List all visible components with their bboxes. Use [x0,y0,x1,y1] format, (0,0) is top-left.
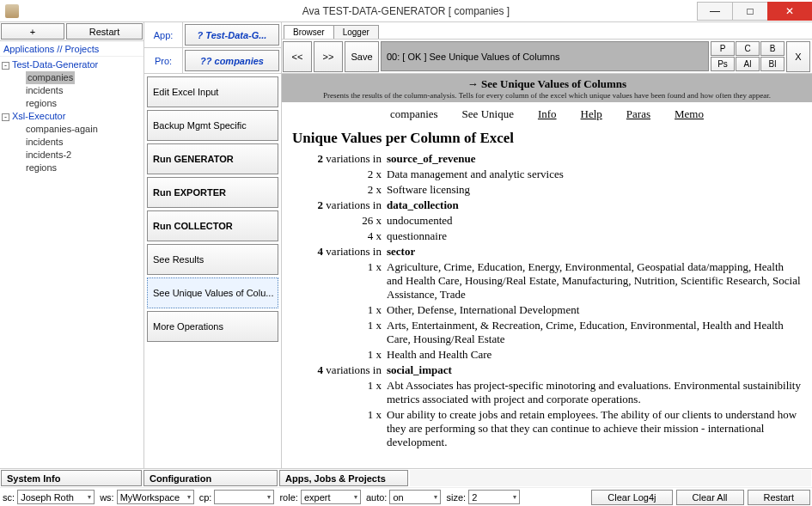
restart-button-footer[interactable]: Restart [748,490,810,505]
clear-all-button[interactable]: Clear All [676,490,744,505]
apps-jobs-panel[interactable]: Apps, Jobs & Projects [279,470,408,486]
value-count: 26 x [292,214,387,228]
project-label: Pro: [144,48,183,73]
tree-expander-icon[interactable]: - [2,62,9,70]
value-count: 1 x [292,348,387,362]
tab-browser[interactable]: Browser [284,25,334,39]
size-label: size: [446,492,466,503]
forward-button[interactable]: >> [314,41,343,72]
nav-links: companiesSee UniqueInfoHelpParasMemo [282,102,812,126]
grid-button-b[interactable]: B [760,41,785,56]
column-name: data_collection [387,198,459,212]
value-text: Health and Health Care [387,348,802,362]
project-value-button[interactable]: ?? companies [185,50,279,71]
nav-link-paras[interactable]: Paras [626,107,650,121]
size-select[interactable]: 2 [468,490,520,504]
action-button[interactable]: Run COLLECTOR [147,210,278,241]
back-button[interactable]: << [283,41,312,72]
export-button-grid: PCBPsAlBl [711,41,785,71]
nav-text: See Unique [462,107,514,120]
value-text: Agriculture, Crime, Education, Energy, E… [387,260,802,302]
status-spacer [410,470,811,486]
value-count: 2 x [292,183,387,197]
cp-label: cp: [199,492,212,503]
cp-select[interactable] [214,490,274,504]
nav-link-help[interactable]: Help [581,107,602,121]
variation-count: 4 variations in [292,245,387,259]
tab-logger[interactable]: Logger [333,25,379,39]
tab-bar: BrowserLogger [282,22,812,40]
restart-button-top[interactable]: Restart [66,23,143,40]
banner: → See Unique Values of Columns Presents … [282,74,812,102]
value-count: 1 x [292,260,387,302]
action-button[interactable]: See Unique Values of Colu... [147,277,278,308]
actions-panel: App: ? Test-Data-G... Pro: ?? companies … [144,22,282,468]
window-title: Ava TEST-DATA-GENERATOR [ companies ] [0,5,812,17]
value-text: Arts, Entertainment, & Recreation, Crime… [387,319,802,346]
column-name: social_impact [387,363,452,377]
tree-node[interactable]: Xsl-Executor [12,111,65,121]
action-button[interactable]: More Operations [147,311,278,342]
grid-button-p[interactable]: P [711,41,735,56]
sc-select[interactable]: Joseph Roth [17,490,95,504]
tree-child[interactable]: regions [2,162,142,174]
add-button[interactable]: + [1,23,64,40]
action-button[interactable]: See Results [147,244,278,275]
value-text: undocumented [387,214,802,228]
variation-count: 2 variations in [292,152,387,166]
action-button[interactable]: Backup Mgmt Specific [147,110,278,141]
action-button[interactable]: Edit Excel Input [147,76,278,107]
value-count: 1 x [292,408,387,449]
ws-select[interactable]: MyWorkspace [117,490,194,504]
value-count: 2 x [292,168,387,181]
action-button[interactable]: Run EXPORTER [147,177,278,208]
tree-expander-icon[interactable]: - [2,113,9,121]
banner-subtitle: Presents the results of the column-analy… [282,91,812,100]
variation-count: 2 variations in [292,198,387,212]
titlebar: Ava TEST-DATA-GENERATOR [ companies ] — … [0,0,812,22]
status-panels: System Info Configuration Apps, Jobs & P… [0,468,812,487]
action-button[interactable]: Run GENERATOR [147,143,278,174]
status-text: 00: [ OK ] See Unique Values of Columns [381,41,709,71]
tree-child[interactable]: incidents [2,136,142,149]
value-count: 1 x [292,319,387,346]
value-count: 1 x [292,379,387,406]
nav-link-memo[interactable]: Memo [675,107,704,121]
role-select[interactable]: expert [301,490,361,504]
tree-child[interactable]: incidents-2 [2,149,142,162]
tree-child[interactable]: incidents [2,84,142,97]
app-value-button[interactable]: ? Test-Data-G... [185,24,279,46]
auto-select[interactable]: on [389,490,441,504]
content-panel: BrowserLogger << >> Save 00: [ OK ] See … [282,22,812,468]
document-view[interactable]: → See Unique Values of Columns Presents … [282,74,812,468]
left-panel: + Restart Applications // Projects -Test… [0,22,144,468]
value-text: Software licensing [387,183,802,197]
project-tree: -Test-Data-Generatorcompaniesincidentsre… [0,57,143,176]
banner-title: → See Unique Values of Columns [282,77,812,91]
configuration-panel[interactable]: Configuration [143,470,278,486]
grid-button-al[interactable]: Al [736,57,760,71]
value-count: 1 x [292,303,387,317]
value-text: Data management and analytic services [387,168,802,181]
sc-label: sc: [3,492,15,503]
variation-count: 4 variations in [292,363,387,377]
ws-label: ws: [100,492,114,503]
tree-child[interactable]: regions [2,97,142,110]
tree-child[interactable]: companies-again [2,123,142,136]
grid-button-c[interactable]: C [736,41,760,56]
grid-button-ps[interactable]: Ps [711,57,735,71]
tree-child-selected[interactable]: companies [26,71,75,84]
tree-header: Applications // Projects [0,41,143,57]
save-button[interactable]: Save [345,41,379,72]
value-text: questionnaire [387,229,802,243]
x-button[interactable]: X [786,41,810,72]
clear-log4j-button[interactable]: Clear Log4j [591,490,672,505]
tree-node[interactable]: Test-Data-Generator [12,59,98,70]
page-heading: Unique Values per Column of Excel [292,130,802,147]
system-info-panel[interactable]: System Info [1,470,142,486]
nav-link-info[interactable]: Info [538,107,557,121]
value-count: 4 x [292,229,387,243]
grid-button-bl[interactable]: Bl [760,57,785,71]
auto-label: auto: [366,492,387,503]
column-name: sector [387,245,415,259]
